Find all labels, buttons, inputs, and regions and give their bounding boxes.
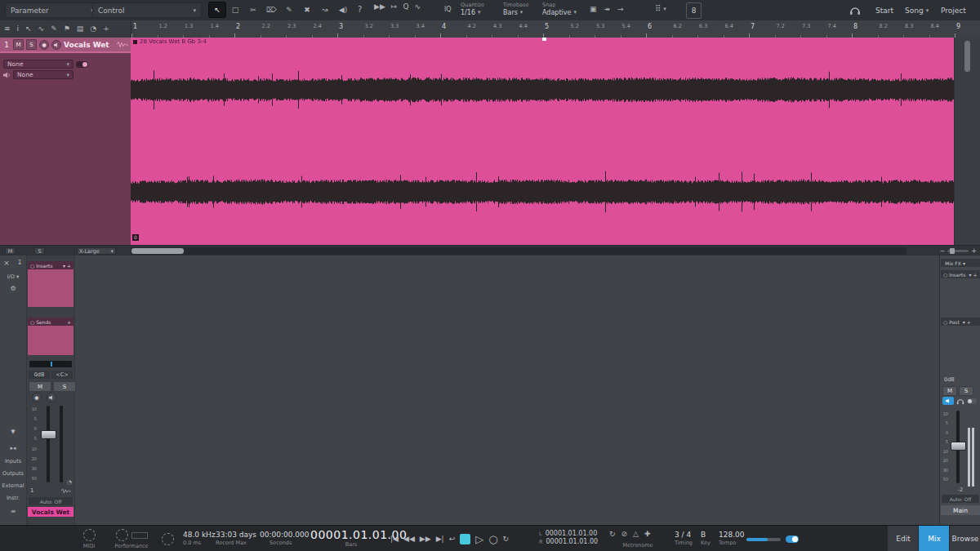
key-signature[interactable]: B Key: [701, 531, 710, 546]
scrollbar-handle[interactable]: [131, 248, 184, 254]
record-button[interactable]: ○: [488, 534, 497, 544]
autopunch-icon[interactable]: ⊘: [621, 531, 628, 538]
browse-view-button[interactable]: Browse: [949, 526, 980, 551]
footer-solo-button[interactable]: S: [34, 247, 45, 255]
input-quantize-button[interactable]: IQ: [444, 7, 452, 13]
timer-icon[interactable]: ◔: [90, 25, 96, 33]
precount-icon[interactable]: ✚: [644, 531, 651, 538]
menu-icon[interactable]: ≡: [4, 25, 11, 33]
inputs-tab[interactable]: Inputs: [0, 458, 26, 464]
playhead-marker[interactable]: [542, 38, 546, 41]
audio-event-region[interactable]: 28 Vocals Wet B Gb 3-4 0: [131, 38, 954, 245]
split-tool[interactable]: ✂: [245, 2, 261, 17]
narrow-channels-icon[interactable]: ▸◂: [0, 445, 26, 451]
quantize-control[interactable]: Quantize 1/16▾: [461, 2, 484, 16]
loop-range[interactable]: L00001.01.01.00 R00001.01.01.00: [539, 531, 598, 545]
pencil-icon[interactable]: ✎: [51, 25, 57, 33]
footer-mute-button[interactable]: M: [5, 247, 16, 255]
cue-out-dropdown[interactable]: None ▾: [13, 70, 74, 79]
rewind-button[interactable]: ◀◀: [403, 535, 415, 543]
range-tool[interactable]: □: [227, 2, 243, 17]
follow-icon[interactable]: ↠: [604, 6, 611, 13]
wrench-icon[interactable]: ⚙: [0, 285, 26, 292]
pan-slider[interactable]: [29, 361, 72, 367]
paint-tool[interactable]: ✎: [281, 2, 297, 17]
mixfx-header[interactable]: Mix FX ▾: [941, 259, 980, 267]
marker-icon[interactable]: ⚑: [64, 25, 70, 33]
timebase-control[interactable]: Timebase Bars▾: [503, 2, 528, 16]
horizontal-scrollbar[interactable]: [131, 247, 906, 255]
channel-name-label[interactable]: Vocals Wet: [28, 507, 74, 517]
return-button[interactable]: ↩: [449, 535, 456, 543]
track-insert-dropdown[interactable]: None ▾: [3, 60, 74, 69]
add-icon[interactable]: +: [973, 272, 978, 278]
snap-control[interactable]: Snap Adaptive▾: [542, 2, 577, 16]
play-overlap-icon[interactable]: ▶▶: [374, 3, 385, 11]
power-icon[interactable]: ○: [943, 272, 947, 278]
inserts-slot[interactable]: [28, 269, 74, 307]
gain-readout[interactable]: 0dB: [29, 371, 50, 379]
automation-mode-button[interactable]: Auto: Off: [942, 495, 979, 503]
sends-header[interactable]: ○ Sends +: [28, 318, 74, 326]
metronome-toggle[interactable]: [786, 535, 799, 543]
secondary-time-display[interactable]: 00:00:00.000 Seconds: [260, 531, 309, 546]
macro-button[interactable]: 8: [686, 2, 702, 19]
cache-knob-icon[interactable]: [162, 533, 174, 545]
record-arm-button[interactable]: ●: [32, 393, 42, 402]
mix-view-button[interactable]: Mix: [918, 526, 950, 551]
snap-mode-icon[interactable]: ▣: [590, 6, 597, 13]
performance-monitor[interactable]: Performance: [108, 529, 155, 549]
fader-track[interactable]: [47, 406, 50, 482]
metronome-icon[interactable]: △: [633, 531, 639, 538]
monitor-button[interactable]: [51, 40, 61, 50]
inserts-header[interactable]: ○ Inserts ▾+: [28, 261, 74, 269]
spatial-icon[interactable]: ◔: [67, 480, 72, 486]
layers-icon[interactable]: ▤: [77, 25, 84, 33]
forward-button[interactable]: ▶▶: [420, 535, 431, 543]
zoom-icon[interactable]: Q: [403, 3, 408, 11]
bend-tool[interactable]: ↝: [317, 2, 333, 17]
time-signature[interactable]: 3 / 4 Timing: [675, 531, 693, 546]
mute-button[interactable]: M: [942, 386, 957, 396]
monitor-button[interactable]: [47, 393, 56, 402]
scrollbar-handle[interactable]: [964, 41, 970, 72]
outputs-tab[interactable]: Outputs: [0, 470, 26, 477]
zoom-in-button[interactable]: +: [971, 248, 977, 255]
fader-handle[interactable]: [41, 430, 56, 439]
external-tab[interactable]: External: [0, 482, 26, 489]
zoom-out-button[interactable]: −: [940, 248, 946, 255]
solo-button[interactable]: S: [26, 39, 37, 50]
power-icon[interactable]: ○: [30, 319, 34, 325]
inserts-header[interactable]: ○ Inserts ▾+: [941, 270, 980, 278]
edit-view-button[interactable]: Edit: [887, 526, 919, 551]
curve-icon[interactable]: ∿: [38, 25, 45, 33]
loop-button[interactable]: ↻: [503, 535, 510, 543]
mute-button[interactable]: M: [29, 381, 51, 392]
collapse-down-icon[interactable]: ▼: [0, 429, 26, 435]
primary-time-display[interactable]: 00001.01.01.00 Bars: [310, 528, 392, 548]
sends-slot[interactable]: [28, 326, 74, 355]
mute-button[interactable]: M: [13, 39, 24, 50]
preroll-icon[interactable]: ↻: [609, 531, 616, 538]
help-button[interactable]: ?: [358, 6, 362, 14]
metronome-volume-slider[interactable]: [746, 538, 781, 541]
instruments-tab[interactable]: Instr.: [0, 495, 26, 501]
automation-mode-button[interactable]: Auto: Off: [29, 497, 73, 505]
tempo[interactable]: 128.00 Tempo: [719, 531, 745, 546]
parameter-dropdown[interactable]: Parameter ▾: [5, 2, 100, 18]
fader-handle[interactable]: [951, 442, 966, 451]
pan-readout[interactable]: <C>: [51, 371, 73, 379]
info-icon[interactable]: i: [17, 25, 20, 33]
control-dropdown[interactable]: Control ▾: [92, 2, 202, 18]
project-page-button[interactable]: Project: [941, 7, 966, 15]
headphone-icon[interactable]: [849, 5, 861, 16]
power-icon[interactable]: ○: [30, 263, 34, 269]
vertical-scrollbar[interactable]: [954, 38, 980, 245]
add-icon[interactable]: +: [967, 319, 971, 325]
add-icon[interactable]: +: [103, 25, 109, 33]
gain-readout[interactable]: 0dB: [944, 376, 955, 383]
timeline-ruler[interactable]: 11.21.31.422.22.32.433.23.33.444.24.34.4…: [131, 20, 980, 38]
swing-icon[interactable]: ∿: [414, 3, 421, 11]
song-page-button[interactable]: Song ▾: [905, 7, 929, 15]
zoom-slider[interactable]: [947, 250, 969, 252]
